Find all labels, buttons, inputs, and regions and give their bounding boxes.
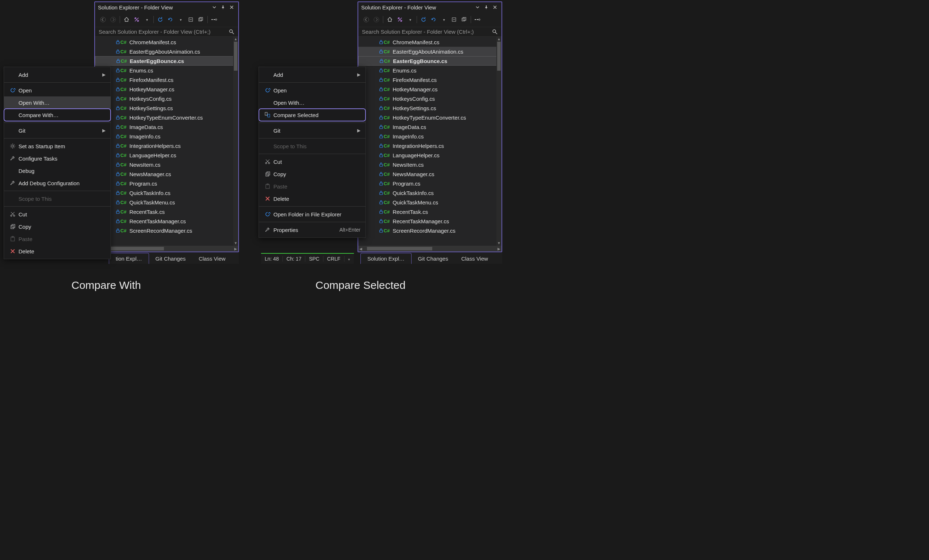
- menu-compare-with[interactable]: Compare With…: [4, 109, 110, 121]
- file-row[interactable]: C#ScreenRecordManager.cs: [358, 226, 501, 235]
- refresh-icon[interactable]: [429, 14, 439, 24]
- file-row[interactable]: C#ChromeManifest.cs: [95, 37, 238, 47]
- menu-add-debug[interactable]: Add Debug Configuration: [4, 177, 110, 189]
- close-icon[interactable]: [491, 4, 498, 11]
- menu-add[interactable]: Add▶: [259, 69, 365, 81]
- status-more[interactable]: [345, 256, 354, 262]
- switch-view-icon[interactable]: [132, 14, 142, 24]
- properties-icon[interactable]: [209, 14, 219, 24]
- menu-open[interactable]: Open: [259, 84, 365, 96]
- file-row[interactable]: C#RecentTask.cs: [95, 207, 238, 216]
- file-row[interactable]: C#RecentTaskManager.cs: [358, 216, 501, 226]
- file-row[interactable]: C#Program.cs: [95, 179, 238, 188]
- vertical-scrollbar[interactable]: ▲ ▼: [497, 37, 501, 246]
- file-row[interactable]: C#ImageData.cs: [358, 122, 501, 132]
- menu-delete[interactable]: Delete: [4, 245, 110, 257]
- file-row[interactable]: C#HotkeyManager.cs: [95, 84, 238, 94]
- file-row[interactable]: C#HotkeySettings.cs: [95, 103, 238, 113]
- vertical-scrollbar[interactable]: ▲ ▼: [233, 37, 238, 246]
- menu-properties[interactable]: Properties Alt+Enter: [259, 223, 365, 236]
- file-row[interactable]: C#QuickTaskMenu.cs: [95, 197, 238, 207]
- collapse-icon[interactable]: [449, 14, 459, 24]
- tab-class-view[interactable]: Class View: [192, 253, 232, 264]
- chevron-expand-icon[interactable]: ▾: [142, 14, 152, 24]
- file-row[interactable]: C#RecentTaskManager.cs: [95, 216, 238, 226]
- menu-debug[interactable]: Debug: [4, 165, 110, 177]
- file-row[interactable]: C#ChromeManifest.cs: [358, 37, 501, 47]
- file-row[interactable]: C#ImageInfo.cs: [95, 132, 238, 141]
- back-icon[interactable]: [98, 14, 108, 24]
- search-row[interactable]: Search Solution Explorer - Folder View (…: [95, 27, 238, 37]
- file-row[interactable]: C#NewsManager.cs: [358, 169, 501, 179]
- pin-icon[interactable]: [219, 4, 227, 11]
- show-all-icon[interactable]: [459, 14, 469, 24]
- file-row[interactable]: C#EasterEggBounce.cs: [95, 56, 238, 66]
- status-spc[interactable]: SPC: [305, 256, 323, 262]
- menu-copy[interactable]: Copy: [259, 168, 365, 180]
- file-row[interactable]: C#Enums.cs: [95, 66, 238, 75]
- status-ch[interactable]: Ch: 17: [283, 256, 305, 262]
- menu-set-startup[interactable]: Set as Startup Item: [4, 140, 110, 152]
- file-row[interactable]: C#EasterEggAboutAnimation.cs: [95, 47, 238, 56]
- file-row[interactable]: C#QuickTaskInfo.cs: [358, 188, 501, 197]
- collapse-icon[interactable]: [185, 14, 196, 24]
- tab-git-changes[interactable]: Git Changes: [149, 253, 192, 264]
- menu-add[interactable]: Add▶: [4, 69, 110, 81]
- file-row[interactable]: C#EasterEggAboutAnimation.cs: [358, 47, 501, 56]
- file-row[interactable]: C#QuickTaskInfo.cs: [95, 188, 238, 197]
- file-row[interactable]: C#ScreenRecordManager.cs: [95, 226, 238, 235]
- file-row[interactable]: C#ImageData.cs: [95, 122, 238, 132]
- file-row[interactable]: C#QuickTaskMenu.cs: [358, 197, 501, 207]
- file-row[interactable]: C#EasterEggBounce.cs: [358, 56, 501, 66]
- menu-cut[interactable]: Cut: [259, 156, 365, 168]
- menu-git[interactable]: Git▶: [259, 124, 365, 137]
- file-row[interactable]: C#LanguageHelper.cs: [95, 150, 238, 160]
- file-row[interactable]: C#LanguageHelper.cs: [358, 150, 501, 160]
- file-row[interactable]: C#Enums.cs: [358, 66, 501, 75]
- tab-class-view[interactable]: Class View: [455, 253, 495, 264]
- file-row[interactable]: C#NewsItem.cs: [95, 160, 238, 169]
- forward-icon[interactable]: [108, 14, 118, 24]
- file-row[interactable]: C#Program.cs: [358, 179, 501, 188]
- file-row[interactable]: C#HotkeyManager.cs: [358, 84, 501, 94]
- status-eol[interactable]: CRLF: [323, 256, 345, 262]
- switch-view-icon[interactable]: [395, 14, 405, 24]
- menu-open-with[interactable]: Open With…: [4, 96, 110, 109]
- file-row[interactable]: C#NewsItem.cs: [358, 160, 501, 169]
- home-icon[interactable]: [385, 14, 395, 24]
- status-ln[interactable]: Ln: 48: [261, 256, 283, 262]
- horizontal-scrollbar[interactable]: ◀▶: [358, 246, 501, 251]
- horizontal-scrollbar[interactable]: ▶: [95, 246, 238, 251]
- search-icon[interactable]: [229, 29, 235, 35]
- menu-delete[interactable]: Delete: [259, 193, 365, 205]
- refresh-icon[interactable]: [166, 14, 175, 24]
- chevron-expand-icon[interactable]: ▾: [439, 14, 449, 24]
- file-row[interactable]: C#HotkeyTypeEnumConverter.cs: [358, 113, 501, 122]
- menu-open-folder[interactable]: Open Folder in File Explorer: [259, 208, 365, 220]
- pin-icon[interactable]: [483, 4, 490, 11]
- search-row[interactable]: Search Solution Explorer - Folder View (…: [358, 27, 501, 37]
- home-icon[interactable]: [121, 14, 132, 24]
- properties-icon[interactable]: [472, 14, 483, 24]
- menu-open-with[interactable]: Open With…: [259, 96, 365, 109]
- sync-icon[interactable]: [419, 14, 429, 24]
- sync-icon[interactable]: [155, 14, 166, 24]
- file-row[interactable]: C#HotkeysConfig.cs: [358, 94, 501, 103]
- chevron-expand-icon[interactable]: ▾: [175, 14, 185, 24]
- tab-solution-explorer[interactable]: tion Expl…: [109, 253, 149, 264]
- menu-configure-tasks[interactable]: Configure Tasks: [4, 152, 110, 165]
- tab-git-changes[interactable]: Git Changes: [412, 253, 455, 264]
- file-row[interactable]: C#FirefoxManifest.cs: [358, 75, 501, 84]
- file-row[interactable]: C#FirefoxManifest.cs: [95, 75, 238, 84]
- file-row[interactable]: C#HotkeySettings.cs: [358, 103, 501, 113]
- menu-compare-selected[interactable]: Compare Selected: [259, 109, 365, 121]
- file-row[interactable]: C#HotkeysConfig.cs: [95, 94, 238, 103]
- menu-open[interactable]: Open: [4, 84, 110, 96]
- chevron-expand-icon[interactable]: ▾: [405, 14, 415, 24]
- close-icon[interactable]: [228, 4, 235, 11]
- dropdown-icon[interactable]: [211, 4, 218, 11]
- forward-icon[interactable]: [371, 14, 382, 24]
- back-icon[interactable]: [361, 14, 371, 24]
- file-row[interactable]: C#HotkeyTypeEnumConverter.cs: [95, 113, 238, 122]
- file-row[interactable]: C#RecentTask.cs: [358, 207, 501, 216]
